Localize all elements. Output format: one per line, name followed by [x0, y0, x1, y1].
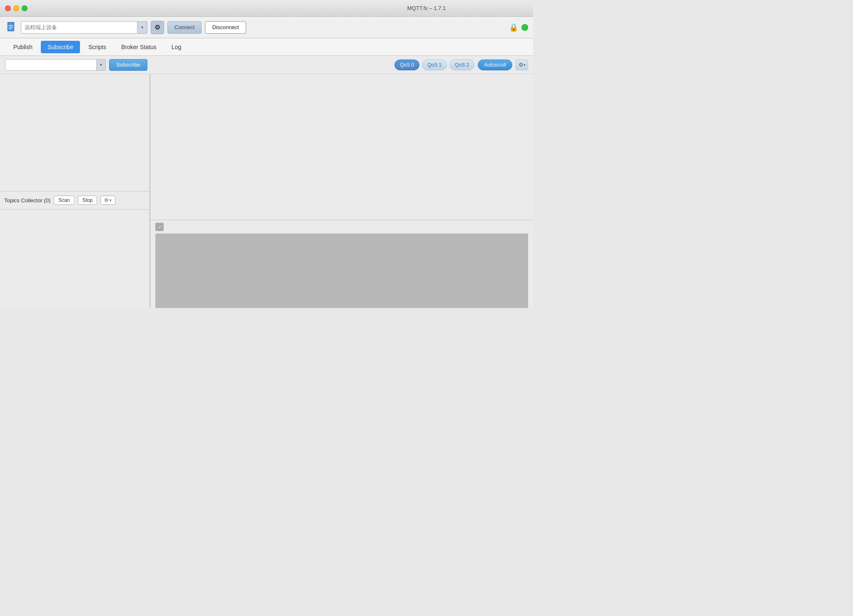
minimize-button[interactable] — [13, 5, 19, 11]
qos2-button[interactable]: QoS 2 — [449, 60, 474, 70]
subscribe-button[interactable]: Subscribe — [109, 59, 147, 71]
gear-icon: ⚙ — [519, 62, 524, 68]
connection-dropdown-button[interactable]: ▾ — [137, 21, 147, 34]
gear-icon: ⚙ — [104, 197, 109, 203]
tab-scripts[interactable]: Scripts — [82, 41, 113, 53]
topics-collector-label: Topics Collector (0) — [4, 197, 50, 204]
right-panel: ⤢ Payload decoded by Plain Text Decoder … — [150, 74, 533, 308]
titlebar-left — [5, 5, 27, 11]
disconnect-button[interactable]: Disconnect — [205, 21, 246, 34]
maximize-button[interactable] — [22, 5, 27, 11]
collector-settings-button[interactable]: ⚙ ▾ — [100, 196, 115, 205]
expand-icon: ⤢ — [158, 225, 161, 229]
stop-button[interactable]: Stop — [78, 196, 97, 205]
tab-log[interactable]: Log — [165, 41, 188, 53]
tab-bar: Publish Subscribe Scripts Broker Status … — [0, 38, 533, 56]
qos0-button[interactable]: QoS 0 — [394, 60, 419, 70]
chevron-down-icon: ▾ — [141, 25, 143, 30]
close-button[interactable] — [5, 5, 11, 11]
subscriptions-area — [0, 74, 150, 191]
topic-input-wrapper: ▾ — [5, 59, 106, 71]
traffic-lights — [5, 5, 27, 11]
topics-collector-bar: Topics Collector (0) Scan Stop ⚙ ▾ — [0, 191, 150, 209]
topics-area — [0, 209, 150, 308]
new-connection-icon[interactable] — [5, 20, 17, 35]
left-panel: Topics Collector (0) Scan Stop ⚙ ▾ — [0, 74, 150, 308]
payload-top-bar: ⤢ — [150, 220, 533, 233]
tab-publish[interactable]: Publish — [7, 41, 39, 53]
subscribe-settings-button[interactable]: ⚙ ▾ — [516, 60, 528, 70]
autoscroll-button[interactable]: Autoscroll — [478, 60, 512, 70]
subscribe-toolbar: ▾ Subscribe QoS 0 QoS 1 QoS 2 Autoscroll… — [0, 56, 533, 74]
topic-dropdown-button[interactable]: ▾ — [97, 59, 106, 71]
tab-broker-status[interactable]: Broker Status — [115, 41, 163, 53]
chevron-down-icon: ▾ — [524, 63, 526, 67]
settings-button[interactable]: ⚙ — [151, 21, 164, 34]
lock-icon: 🔒 — [509, 23, 518, 32]
qos-group: QoS 0 QoS 1 QoS 2 — [394, 60, 474, 70]
connection-selector[interactable]: ▾ — [21, 21, 147, 34]
main-content: Topics Collector (0) Scan Stop ⚙ ▾ ⤢ — [0, 74, 533, 308]
titlebar: MQTT.fx – 1.7.1 — [0, 0, 533, 17]
main-toolbar: ▾ ⚙ Connect Disconnect 🔒 — [0, 17, 533, 38]
window-title: MQTT.fx – 1.7.1 — [407, 5, 446, 11]
payload-expand-button[interactable]: ⤢ — [155, 223, 164, 231]
gear-icon: ⚙ — [155, 23, 160, 31]
payload-panel: ⤢ Payload decoded by Plain Text Decoder … — [150, 220, 533, 308]
scan-button[interactable]: Scan — [54, 196, 74, 205]
payload-content-area — [155, 233, 528, 308]
chevron-down-icon: ▾ — [110, 198, 112, 202]
qos1-button[interactable]: QoS 1 — [422, 60, 447, 70]
topic-input[interactable] — [5, 59, 97, 71]
messages-area — [150, 74, 533, 220]
connection-input[interactable] — [21, 21, 137, 34]
connect-button[interactable]: Connect — [167, 21, 202, 34]
tab-subscribe[interactable]: Subscribe — [41, 41, 80, 53]
connection-status-dot — [521, 24, 528, 31]
chevron-down-icon: ▾ — [100, 62, 102, 67]
